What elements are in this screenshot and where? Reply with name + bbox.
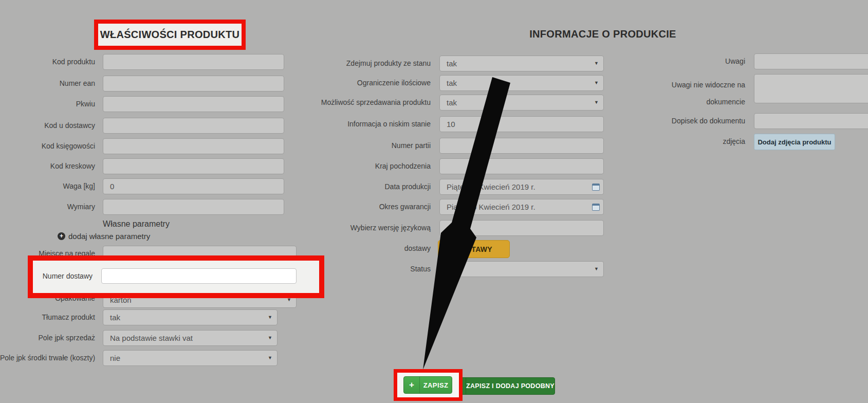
label-mozliwosc-sprzedawania: Możliwość sprzedawania produktu	[288, 95, 431, 111]
kod-produktu-input[interactable]	[103, 54, 284, 70]
label-dopisek-do-dokumentu: Dopisek do dokumentu	[637, 113, 745, 129]
label-uwagi: Uwagi	[637, 53, 745, 69]
okres-gwarancji-input[interactable]: Piątek, 5 Kwiecień 2019 r.	[439, 199, 604, 215]
mozliwosc-sprzedawania-select[interactable]: tak ▼	[439, 95, 604, 111]
chevron-down-icon: ▼	[594, 95, 599, 110]
label-waga: Waga [kg]	[0, 178, 95, 194]
label-wybierz-wersje-jezykowa: Wybierz wersję językową	[288, 220, 431, 236]
pole-jpk-srodki-select[interactable]: nie ▼	[103, 350, 278, 366]
dodaj-zdjecia-produktu-button[interactable]: Dodaj zdjęcia produktu	[754, 134, 835, 150]
wymiary-input[interactable]	[103, 199, 284, 215]
label-informacja-o-niskim-stanie: Informacja o niskim stanie	[288, 116, 431, 132]
dostawy-button[interactable]: DOSTAWY	[438, 240, 510, 258]
label-kod-u-dostawcy: Kod u dostawcy	[0, 118, 95, 134]
label-numer-partii: Numer partii	[288, 138, 431, 154]
numer-dostawy-input[interactable]	[101, 268, 297, 284]
ograniczenie-ilosciowe-select[interactable]: tak ▼	[439, 75, 604, 91]
label-numer-ean: Numer ean	[0, 76, 95, 91]
product-form-page: WŁAŚCIWOŚCI PRODUKTU Kod produktu Numer …	[0, 0, 868, 403]
wersja-jezykowa-select[interactable]: pl	[439, 220, 604, 236]
label-uwagi-nie-widoczne-line1: Uwagi nie widoczne na	[637, 81, 745, 89]
label-dostawy: dostawy	[288, 240, 431, 257]
own-parameters-heading: Własne parametry	[59, 219, 213, 229]
label-kod-produktu: Kod produktu	[0, 54, 95, 70]
data-produkcji-input[interactable]: Piątek, 5 Kwiecień 2019 r.	[439, 179, 604, 195]
dopisek-do-dokumentu-input[interactable]	[754, 113, 868, 129]
zdejmuj-produkty-select[interactable]: tak ▼	[439, 56, 604, 71]
chevron-down-icon: ▼	[268, 331, 272, 345]
label-kod-ksiegowosci: Kod księgowości	[0, 138, 95, 154]
calendar-icon[interactable]	[592, 184, 600, 191]
label-numer-dostawy: Numer dostawy	[33, 268, 93, 284]
informacja-o-niskim-stanie-input[interactable]: 10	[439, 116, 604, 132]
kod-u-dostawcy-input[interactable]	[103, 118, 284, 134]
chevron-down-icon: ▼	[268, 310, 272, 325]
zapisz-button[interactable]: + ZAPISZ	[403, 376, 452, 394]
zapisz-i-dodaj-podobny-button[interactable]: ✎ ZAPISZ I DODAJ PODOBNY	[454, 377, 555, 395]
kod-ksiegowosci-input[interactable]	[103, 138, 284, 154]
tlumacz-produkt-select[interactable]: tak ▼	[103, 309, 278, 325]
label-pole-jpk-sprzedaz: Pole jpk sprzedaż	[0, 330, 95, 346]
kraj-pochodzenia-input[interactable]	[439, 158, 604, 174]
label-pole-jpk-srodki: Pole jpk środki trwałe (koszty)	[0, 350, 95, 366]
chevron-down-icon: ▼	[594, 76, 599, 90]
plus-icon: +	[404, 377, 420, 393]
numer-partii-input[interactable]	[439, 138, 604, 154]
highlight-box-properties-title: WŁAŚCIWOŚCI PRODUKTU	[94, 20, 246, 50]
label-uwagi-nie-widoczne-line2: dokumencie	[637, 98, 745, 106]
label-zdejmuj-produkty: Zdejmuj produkty ze stanu	[288, 56, 431, 71]
add-own-parameters-link[interactable]: + dodaj własne parametry	[58, 232, 150, 241]
chevron-down-icon: ▼	[594, 56, 599, 71]
label-ograniczenie-ilosciowe: Ograniczenie ilościowe	[288, 75, 431, 91]
add-own-parameters-label: dodaj własne parametry	[68, 232, 150, 241]
label-zdjecia: zdjęcia	[637, 134, 745, 149]
kod-kreskowy-input[interactable]	[103, 158, 284, 174]
label-tlumacz-produkt: Tłumacz produkt	[0, 309, 95, 325]
label-kraj-pochodzenia: Kraj pochodzenia	[288, 158, 431, 174]
uwagi-input[interactable]	[754, 53, 868, 69]
numer-ean-input[interactable]	[103, 76, 284, 91]
left-panel-title: WŁAŚCIWOŚCI PRODUKTU	[100, 29, 240, 41]
label-pkwiu: Pkwiu	[0, 96, 95, 112]
add-circle-icon: +	[58, 232, 65, 240]
waga-input[interactable]: 0	[103, 178, 284, 194]
calendar-icon[interactable]	[592, 204, 600, 211]
pole-jpk-sprzedaz-select[interactable]: Na podstawie stawki vat ▼	[103, 330, 278, 346]
uwagi-nie-widoczne-textarea[interactable]	[754, 74, 868, 103]
pkwiu-input[interactable]	[103, 96, 284, 112]
highlight-box-zapisz: + ZAPISZ	[394, 369, 463, 401]
status-select[interactable]: ▼	[439, 261, 604, 277]
label-kod-kreskowy: Kod kreskowy	[0, 158, 95, 174]
highlight-box-numer-dostawy: Numer dostawy	[28, 255, 324, 298]
chevron-down-icon: ▼	[594, 262, 599, 277]
label-data-produkcji: Data produkcji	[288, 179, 431, 195]
chevron-down-icon: ▼	[268, 351, 272, 365]
label-okres-gwarancji: Okres gwarancji	[288, 199, 431, 215]
label-wymiary: Wymiary	[0, 199, 95, 215]
info-panel-title: INFORMACJE O PRODUKCIE	[526, 28, 680, 40]
